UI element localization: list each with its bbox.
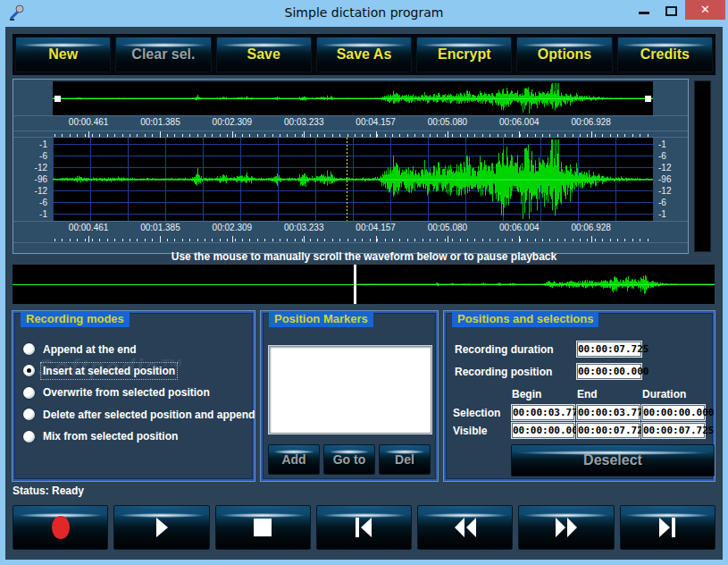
toolbar-button-label: Clear sel.	[131, 46, 195, 63]
radio-option-insert-at-selected-position[interactable]: Insert at selected position	[23, 363, 175, 378]
time-field-selection-begin: 00:00:03.776	[512, 405, 574, 420]
timeline-timestamp: 00:02.309	[213, 117, 253, 127]
toolbar-button-options[interactable]: Options	[516, 37, 612, 72]
del-button[interactable]: Del	[379, 444, 431, 475]
record-button[interactable]	[13, 505, 108, 550]
play-button[interactable]	[113, 505, 209, 550]
status-text: Status: Ready	[13, 485, 84, 497]
timeline-timestamp: 00:06.004	[499, 117, 540, 127]
position-markers-title: Position Markers	[269, 311, 373, 327]
radio-option-mix-from-selected-position[interactable]: Mix from selected position	[23, 429, 178, 444]
time-field-visible-duration: 00:00:07.725	[642, 423, 705, 438]
overview-waveform[interactable]	[53, 81, 653, 115]
fast-forward-icon	[554, 517, 579, 538]
radio-icon	[23, 409, 35, 420]
toolbar-button-label: Save As	[337, 46, 392, 63]
timeline-bottom: 00:00.46100:01.38500:02.30900:03.23300:0…	[53, 221, 653, 237]
toolbar-button-label: Save	[247, 46, 280, 63]
db-scale-label: -6	[658, 198, 666, 207]
timeline-ticks-top	[53, 131, 653, 138]
window-title: Simple dictation program	[0, 5, 728, 20]
recording-modes-list: Append at the endInsert at selected posi…	[14, 313, 253, 479]
db-scale-label: -6	[39, 151, 47, 161]
toolbar-button-save[interactable]: Save	[216, 37, 312, 72]
close-icon: ✕	[700, 3, 710, 16]
skip-end-button[interactable]	[620, 505, 715, 550]
deselect-label: Deselect	[583, 452, 642, 468]
timeline-timestamp: 00:04.157	[356, 117, 396, 127]
timeline-timestamp: 00:06.004	[499, 223, 540, 232]
db-scale-left: -1-6-12-96-12-6-1	[13, 138, 51, 221]
main-waveform[interactable]	[53, 138, 653, 221]
radio-option-delete-after-selected-position-and-append[interactable]: Delete after selected position and appen…	[23, 407, 255, 422]
panel-divider	[13, 242, 688, 243]
db-scale-label: -12	[35, 163, 47, 173]
toolbar-button-encrypt[interactable]: Encrypt	[416, 37, 512, 72]
play-icon	[154, 517, 170, 538]
toolbar-button-credits[interactable]: Credits	[617, 37, 713, 72]
markers-button-label: Del	[395, 452, 414, 467]
radio-option-append-at-the-end[interactable]: Append at the end	[23, 342, 137, 357]
recording-modes-title: Recording modes	[21, 311, 130, 327]
toolbar-button-new[interactable]: New	[15, 37, 111, 72]
timeline-timestamp: 00:04.157	[356, 223, 396, 232]
radio-label: Append at the end	[43, 343, 137, 356]
rewind-button[interactable]	[417, 505, 513, 550]
db-scale-right: -1-6-12-96-12-6-1	[653, 138, 690, 221]
radio-label: Mix from selected position	[43, 430, 178, 443]
minimize-button[interactable]	[639, 12, 649, 14]
timeline-timestamp: 00:00.461	[69, 223, 109, 232]
maximize-button[interactable]	[665, 6, 677, 16]
position-markers-group: Position Markers AddGo toDel	[261, 311, 438, 481]
titlebar[interactable]: Simple dictation program ✕	[0, 0, 728, 27]
timeline-timestamp: 00:05.080	[428, 223, 468, 232]
db-scale-label: -1	[39, 139, 47, 149]
level-meter	[694, 80, 711, 252]
db-scale-label: -96	[658, 174, 671, 184]
markers-buttons: AddGo toDel	[268, 444, 431, 475]
column-header-begin: Begin	[512, 388, 541, 401]
timeline-timestamp: 00:06.928	[571, 223, 611, 232]
db-scale-label: -12	[35, 186, 47, 196]
column-header-end: End	[577, 388, 598, 401]
db-scale-label: -12	[658, 186, 671, 196]
record-icon	[50, 515, 71, 540]
radio-label: Insert at selected position	[43, 365, 175, 377]
timeline-timestamp: 00:02.309	[213, 223, 253, 232]
timeline-timestamp: 00:01.385	[140, 223, 180, 232]
fast-forward-button[interactable]	[518, 505, 614, 550]
radio-icon	[23, 343, 35, 355]
radio-selected-icon	[23, 365, 35, 376]
scroll-waveform[interactable]	[13, 265, 715, 304]
skip-end-icon	[657, 517, 677, 538]
go-to-button[interactable]: Go to	[323, 444, 375, 475]
add-button[interactable]: Add	[268, 444, 320, 475]
toolbar-button-save-as[interactable]: Save As	[316, 37, 412, 72]
db-scale-label: -1	[658, 209, 666, 219]
positions-group: Positions and selections Recording durat…	[444, 311, 715, 481]
timeline-timestamp: 00:01.385	[140, 117, 180, 127]
radio-option-overwrite-from-selected-position[interactable]: Overwrite from selected position	[23, 385, 210, 401]
transport-bar	[13, 505, 715, 550]
radio-icon	[23, 387, 35, 399]
row-label-selection: Selection	[453, 407, 500, 419]
radio-label: Delete after selected position and appen…	[43, 409, 255, 421]
deselect-button[interactable]: Deselect	[511, 444, 715, 476]
toolbar-button-label: Encrypt	[438, 46, 491, 63]
timeline-ticks-bottom	[53, 236, 653, 242]
toolbar-button-label: Credits	[640, 46, 690, 63]
timeline-timestamp: 00:05.080	[428, 117, 468, 127]
client-area: NewClear sel.SaveSave AsEncryptOptionsCr…	[5, 27, 723, 560]
timeline-top: 00:00.46100:01.38500:02.30900:03.23300:0…	[53, 115, 653, 131]
radio-icon	[23, 431, 35, 443]
markers-listbox[interactable]	[269, 346, 431, 434]
waveform-panel: 00:00.46100:01.38500:02.30900:03.23300:0…	[13, 79, 689, 254]
close-button[interactable]: ✕	[685, 0, 725, 20]
skip-start-button[interactable]	[316, 505, 412, 550]
positions-title: Positions and selections	[452, 311, 598, 327]
markers-button-label: Go to	[333, 452, 366, 467]
stop-button[interactable]	[215, 505, 311, 550]
radio-label: Overwrite from selected position	[43, 386, 210, 399]
toolbar-button-clear-sel[interactable]: Clear sel.	[115, 37, 211, 72]
row-label-visible: Visible	[453, 425, 487, 437]
